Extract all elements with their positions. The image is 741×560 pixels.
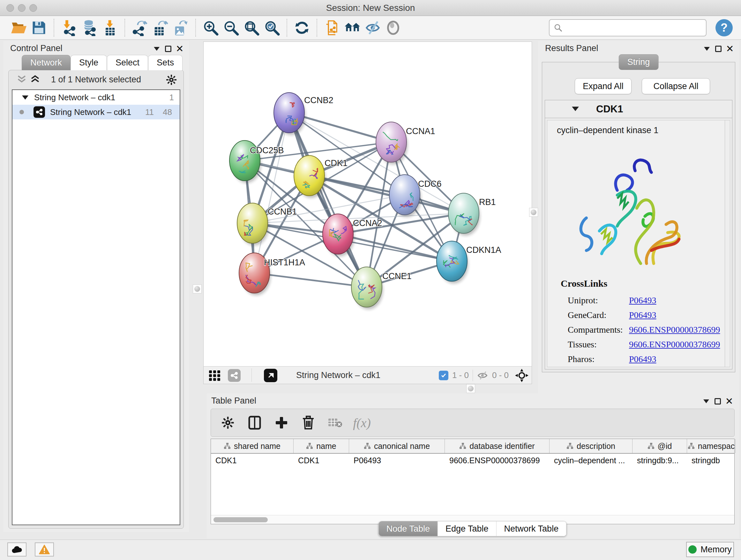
network-options-gear-icon[interactable]	[165, 74, 177, 85]
collection-expand-icon[interactable]	[22, 96, 28, 100]
tab-style[interactable]: Style	[71, 55, 107, 70]
import-network-database-icon[interactable]	[79, 18, 99, 37]
crosslink-link[interactable]: 9606.ENSP00000378699	[629, 339, 720, 350]
left-splitter-handle[interactable]	[193, 285, 202, 294]
hide-unhide-icon[interactable]	[362, 18, 383, 37]
scrollbar-thumb[interactable]	[213, 517, 268, 522]
edge-HIST1H1A-CCNE1[interactable]	[254, 273, 367, 287]
export-network-icon[interactable]	[130, 18, 150, 37]
network-canvas[interactable]: CCNB2CCNA1CDC25BCDK1CDC6RB1CCNB1CCNA2CDK…	[204, 42, 532, 366]
panel-menu-icon[interactable]	[702, 397, 711, 406]
crosslink-link[interactable]: P06493	[629, 310, 657, 320]
column-header-namespac[interactable]: namespac	[687, 439, 736, 453]
panel-float-icon[interactable]	[714, 45, 723, 53]
import-network-file-icon[interactable]	[59, 18, 79, 37]
network-collection-row[interactable]: String Network – cdk1 1	[12, 90, 180, 105]
node-RB1[interactable]	[448, 193, 480, 236]
hidden-eye-icon[interactable]	[477, 371, 488, 380]
table-cell[interactable]: P06493	[349, 454, 445, 467]
tab-node-table[interactable]: Node Table	[379, 521, 438, 536]
detail-scrollbar[interactable]	[725, 120, 730, 367]
table-cell[interactable]: CDK1	[211, 454, 293, 467]
tab-sets[interactable]: Sets	[148, 55, 183, 70]
crosslink-link[interactable]: P06493	[629, 295, 657, 306]
export-table-icon[interactable]	[150, 18, 171, 37]
tab-network[interactable]: Network	[22, 55, 71, 70]
gene-section-header[interactable]: CDK1	[545, 100, 732, 118]
panel-menu-icon[interactable]	[152, 45, 161, 53]
node-CCNB2[interactable]	[274, 92, 306, 135]
selected-checkbox-icon[interactable]	[439, 371, 448, 380]
zoom-selected-icon[interactable]	[262, 18, 282, 37]
function-builder-icon[interactable]: f(x)	[354, 415, 370, 431]
open-in-new-window-icon[interactable]	[264, 369, 277, 382]
export-image-icon[interactable]	[171, 18, 191, 37]
column-header-canonical-name[interactable]: canonical name	[349, 439, 445, 453]
cloud-button[interactable]	[7, 543, 26, 557]
panel-float-icon[interactable]	[164, 45, 172, 53]
delete-column-icon[interactable]	[300, 415, 316, 431]
fit-crosshair-icon[interactable]	[515, 369, 529, 382]
edge-CCNB2-HIST1H1A[interactable]	[254, 113, 289, 273]
tab-select[interactable]: Select	[107, 55, 148, 70]
share-network-icon[interactable]	[228, 369, 241, 382]
column-header--id[interactable]: @id	[632, 439, 687, 453]
node-CCNB1[interactable]	[237, 203, 269, 246]
save-session-icon[interactable]	[29, 18, 49, 37]
refresh-icon[interactable]	[292, 18, 312, 37]
zoom-out-icon[interactable]	[221, 18, 241, 37]
title-bar[interactable]: Session: New Session	[0, 0, 741, 16]
warnings-button[interactable]	[35, 543, 54, 557]
table-cell[interactable]: cyclin–dependent ...	[549, 454, 632, 467]
network-view[interactable]: CCNB2CCNA1CDC25BCDK1CDC6RB1CCNB1CCNA2CDK…	[203, 42, 532, 384]
string-import-icon[interactable]	[322, 18, 342, 37]
expand-all-button[interactable]: Expand All	[575, 78, 631, 94]
table-cell[interactable]: stringdb	[687, 454, 736, 467]
zoom-fit-icon[interactable]	[241, 18, 262, 37]
panel-menu-icon[interactable]	[703, 45, 711, 53]
network-row[interactable]: String Network – cdk1 11 48	[12, 105, 180, 119]
birdseye-grid-icon[interactable]	[209, 370, 221, 381]
collapse-all-button[interactable]: Collapse All	[642, 78, 710, 94]
help-icon[interactable]: ?	[716, 19, 733, 37]
multiple-homes-icon[interactable]	[342, 18, 362, 37]
node-CDC6[interactable]	[389, 175, 421, 217]
node-CDK1[interactable]	[294, 155, 326, 198]
panel-float-icon[interactable]	[714, 397, 722, 406]
memory-button[interactable]: Memory	[686, 542, 734, 557]
crosslink-link[interactable]: P06493	[629, 354, 657, 364]
table-row[interactable]: CDK1CDK1P064939606.ENSP00000378699cyclin…	[211, 454, 734, 467]
search-box[interactable]	[549, 19, 706, 37]
tab-network-table[interactable]: Network Table	[496, 521, 567, 536]
gene-collapse-icon[interactable]	[572, 107, 579, 111]
table-options-gear-icon[interactable]	[220, 415, 236, 431]
show-columns-icon[interactable]	[247, 415, 263, 431]
column-header-database-identifier[interactable]: database identifier	[445, 439, 549, 453]
tab-edge-table[interactable]: Edge Table	[438, 521, 496, 536]
panel-close-icon[interactable]: ✕	[176, 45, 184, 53]
right-splitter-handle[interactable]	[529, 208, 538, 217]
node-CCNA1[interactable]	[376, 122, 408, 165]
node-CCNA2[interactable]	[323, 214, 354, 256]
import-table-icon[interactable]	[99, 18, 120, 37]
open-session-icon[interactable]	[8, 18, 29, 37]
panel-close-icon[interactable]: ✕	[726, 45, 734, 53]
zoom-in-icon[interactable]	[200, 18, 221, 37]
search-input[interactable]	[563, 23, 702, 33]
crosslink-link[interactable]: 9606.ENSP00000378699	[629, 325, 720, 335]
bottom-splitter-handle[interactable]	[466, 384, 475, 393]
node-CDKN1A[interactable]	[436, 241, 468, 284]
table-cell[interactable]: 9606.ENSP00000378699	[445, 454, 549, 467]
add-column-icon[interactable]	[273, 415, 289, 431]
delete-table-icon[interactable]	[327, 415, 343, 431]
node-table[interactable]: shared namenamecanonical namedatabase id…	[211, 439, 735, 524]
column-header-shared-name[interactable]: shared name	[211, 439, 293, 453]
highlight-icon[interactable]	[383, 18, 403, 37]
node-CCNE1[interactable]	[351, 267, 383, 309]
table-cell[interactable]: CDK1	[293, 454, 349, 467]
table-cell[interactable]: stringdb:9...	[632, 454, 687, 467]
tab-string[interactable]: String	[619, 54, 659, 70]
panel-close-icon[interactable]: ✕	[725, 397, 733, 406]
column-header-description[interactable]: description	[549, 439, 632, 453]
column-header-name[interactable]: name	[293, 439, 349, 453]
